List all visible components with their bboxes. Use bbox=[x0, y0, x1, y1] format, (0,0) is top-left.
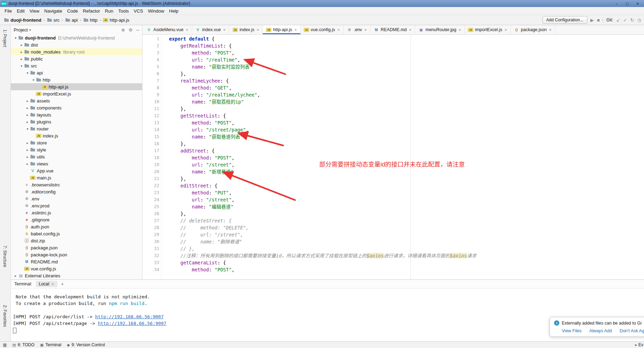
tree-item-external-libraries[interactable]: ▸External Libraries bbox=[11, 272, 142, 279]
code-line-10[interactable]: 10 name: "获取荔枝的ip" bbox=[142, 98, 644, 105]
locate-file-icon[interactable]: ⊕ bbox=[121, 27, 125, 33]
code-line-14[interactable]: 14 url: "/street/page", bbox=[142, 126, 644, 133]
menu-item-run[interactable]: Run bbox=[103, 8, 116, 14]
new-terminal-icon[interactable]: + bbox=[61, 281, 64, 287]
menu-item-view[interactable]: View bbox=[27, 8, 42, 14]
code-line-30[interactable]: 30 // name: "删除巷道" bbox=[142, 238, 644, 245]
tree-item-public[interactable]: ▸public bbox=[11, 55, 142, 62]
tree-item-gitignore[interactable]: .gitignore bbox=[11, 216, 142, 223]
chevron-right-icon[interactable]: ▸ bbox=[25, 120, 30, 124]
terminal-output[interactable]: Note that the development build is not o… bbox=[11, 289, 644, 341]
close-icon[interactable]: ✕ bbox=[223, 28, 226, 32]
chevron-right-icon[interactable]: ▸ bbox=[19, 50, 24, 54]
tab-index-js[interactable]: index.js✕ bbox=[229, 25, 263, 34]
code-line-33[interactable]: 33 getCameraList: { bbox=[142, 259, 644, 266]
chevron-right-icon[interactable]: ▸ bbox=[25, 162, 30, 166]
chevron-right-icon[interactable]: ▸ bbox=[25, 106, 30, 110]
code-line-6[interactable]: 6 }, bbox=[142, 70, 644, 77]
code-line-4[interactable]: 4 url: "/realTime", bbox=[142, 56, 644, 63]
tree-item-readme-md[interactable]: README.md bbox=[11, 258, 142, 265]
code-line-28[interactable]: 28 // method: "DELETE", bbox=[142, 224, 644, 231]
add-configuration-button[interactable]: Add Configuration... bbox=[542, 16, 587, 24]
tree-item-utils[interactable]: ▸utils bbox=[11, 153, 142, 160]
chevron-right-icon[interactable]: ▸ bbox=[13, 274, 18, 278]
tab-importexcel-js[interactable]: importExcel.js✕ bbox=[465, 25, 511, 34]
tree-item-style[interactable]: ▸style bbox=[11, 146, 142, 153]
chevron-down-icon[interactable]: ▾ bbox=[13, 36, 18, 40]
breadcrumb-item-src[interactable]: src bbox=[46, 17, 61, 23]
close-icon[interactable]: ✕ bbox=[549, 28, 552, 32]
project-panel-title[interactable]: Project bbox=[14, 27, 28, 33]
close-icon[interactable]: ✕ bbox=[51, 282, 54, 286]
notification-action-don-t-ask-agai[interactable]: Don't Ask Agai bbox=[620, 328, 644, 333]
code-line-19[interactable]: 19 url: "/street", bbox=[142, 161, 644, 168]
tab-http-api-js[interactable]: http-api.js✕ bbox=[263, 25, 301, 34]
chevron-right-icon[interactable]: ▸ bbox=[25, 141, 30, 145]
chevron-right-icon[interactable]: ▸ bbox=[25, 155, 30, 159]
chevron-down-icon[interactable]: ▾ bbox=[29, 28, 31, 32]
chevron-right-icon[interactable]: ▸ bbox=[25, 113, 30, 117]
minimize-button[interactable]: – bbox=[612, 1, 622, 6]
tree-item-store[interactable]: ▸store bbox=[11, 139, 142, 146]
code-editor[interactable]: 1export default {2 getRealTimeList: {3 m… bbox=[142, 35, 644, 279]
tree-item-importexcel-js[interactable]: importExcel.js bbox=[11, 90, 142, 97]
statusbar-item-6-todo[interactable]: ▤6: TODO bbox=[12, 342, 34, 347]
close-icon[interactable]: ✕ bbox=[294, 28, 297, 32]
close-icon[interactable]: ✕ bbox=[364, 28, 367, 32]
chevron-right-icon[interactable]: ▸ bbox=[19, 57, 24, 61]
tree-item-components[interactable]: ▸components bbox=[11, 104, 142, 111]
tool-window-switcher-icon[interactable]: ▦ bbox=[3, 342, 7, 347]
menu-item-window[interactable]: Window bbox=[146, 8, 167, 14]
code-line-24[interactable]: 24 url: "/street", bbox=[142, 196, 644, 203]
menu-item-vcs[interactable]: VCS bbox=[131, 8, 146, 14]
notification-action-always-add[interactable]: Always Add bbox=[589, 328, 612, 333]
git-update-icon[interactable]: ↙ bbox=[616, 17, 620, 23]
code-line-1[interactable]: 1export default { bbox=[142, 35, 644, 42]
event-log-label[interactable]: Ev bbox=[638, 342, 643, 347]
code-line-21[interactable]: 21 }, bbox=[142, 175, 644, 182]
tab-index-vue[interactable]: index.vue✕ bbox=[192, 25, 230, 34]
code-line-20[interactable]: 20 name: "新增巷道" bbox=[142, 168, 644, 175]
code-line-3[interactable]: 3 method: "POST", bbox=[142, 49, 644, 56]
code-line-7[interactable]: 7 realTimeLychee: { bbox=[142, 77, 644, 84]
code-line-23[interactable]: 23 method: "PUT", bbox=[142, 189, 644, 196]
tree-item-node-modules[interactable]: ▸node_moduleslibrary root bbox=[11, 48, 142, 55]
git-commit-icon[interactable]: ✓ bbox=[623, 17, 627, 23]
tool-window-favorites[interactable]: 2: Favorites bbox=[2, 305, 7, 327]
tree-item-dist-zip[interactable]: dist.zip bbox=[11, 237, 142, 244]
tree-item-assets[interactable]: ▸assets bbox=[11, 97, 142, 104]
close-icon[interactable]: ✕ bbox=[257, 28, 259, 32]
code-line-25[interactable]: 25 name: "编辑巷道" bbox=[142, 203, 644, 210]
tab-package-json[interactable]: package.json✕ bbox=[511, 25, 555, 34]
code-line-29[interactable]: 29 // url: "/street", bbox=[142, 231, 644, 238]
chevron-right-icon[interactable]: ▸ bbox=[19, 43, 24, 47]
tool-window-project[interactable]: 1: Project bbox=[2, 29, 7, 47]
code-line-17[interactable]: 17 addStreet: { bbox=[142, 147, 644, 154]
terminal-link[interactable]: http://192.168.66.56:9007 bbox=[98, 321, 167, 326]
chevron-right-icon[interactable]: ▸ bbox=[25, 99, 30, 103]
code-line-9[interactable]: 9 url: "/realTime/lychee", bbox=[142, 91, 644, 98]
statusbar-item-terminal[interactable]: ▣Terminal bbox=[40, 342, 61, 347]
chevron-down-icon[interactable]: ▾ bbox=[19, 64, 24, 68]
code-line-11[interactable]: 11 }, bbox=[142, 105, 644, 112]
tab-asidemenu-vue[interactable]: AsideMenu.vue✕ bbox=[143, 25, 192, 34]
chevron-right-icon[interactable]: ▸ bbox=[25, 148, 30, 152]
code-line-34[interactable]: 34 method: "POST", bbox=[142, 266, 644, 273]
git-revert-icon[interactable]: ↻ bbox=[630, 17, 634, 23]
tree-item-dist[interactable]: ▸dist bbox=[11, 41, 142, 48]
tree-item-eslintrc-js[interactable]: .eslintrc.js bbox=[11, 209, 142, 216]
tree-item-http-api-js[interactable]: http-api.js bbox=[11, 83, 142, 90]
tool-window-structure[interactable]: 7: Structure bbox=[2, 246, 7, 267]
close-icon[interactable]: ✕ bbox=[186, 28, 188, 32]
menu-item-edit[interactable]: Edit bbox=[14, 8, 27, 14]
code-line-22[interactable]: 22 editStreet: { bbox=[142, 182, 644, 189]
tab-readme-md[interactable]: README.md✕ bbox=[371, 25, 415, 34]
tab-vue-config-js[interactable]: vue.config.js✕ bbox=[301, 25, 344, 34]
menu-item-tools[interactable]: Tools bbox=[116, 8, 131, 14]
breadcrumb-item-http[interactable]: http bbox=[82, 17, 99, 23]
menu-item-help[interactable]: Help bbox=[167, 8, 181, 14]
statusbar-item-9-version-control[interactable]: ◆9: Version Control bbox=[67, 342, 105, 347]
tree-item-plugins[interactable]: ▸plugins bbox=[11, 118, 142, 125]
event-log-icon[interactable]: ● bbox=[635, 343, 637, 347]
tab-env[interactable]: .env✕ bbox=[344, 25, 371, 34]
